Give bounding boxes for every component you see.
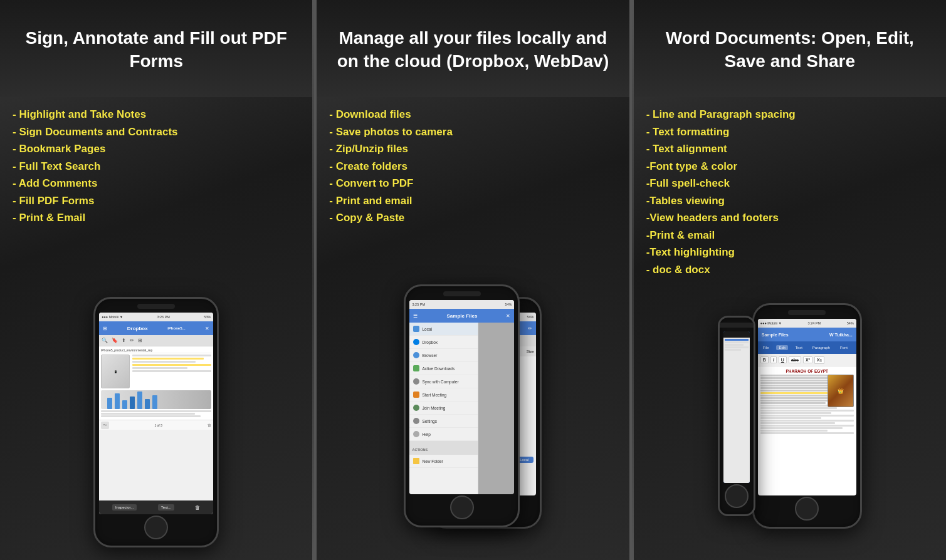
front-line bbox=[725, 349, 742, 351]
text-line bbox=[760, 425, 854, 427]
sidebar-item-local[interactable]: Local bbox=[409, 323, 478, 336]
carrier-right: ●●● Mobilii ▼ bbox=[760, 321, 782, 325]
bold-btn[interactable]: B bbox=[760, 356, 769, 363]
sidebar-item-downloads[interactable]: Active Downloads bbox=[409, 362, 478, 375]
sync-icon bbox=[413, 378, 419, 385]
sidebar-item-new-folder[interactable]: New Folder bbox=[409, 455, 478, 468]
overlay[interactable] bbox=[478, 323, 514, 494]
text-line bbox=[760, 427, 843, 429]
feature-item: - Add Comments bbox=[13, 175, 300, 192]
font-tab[interactable]: Font bbox=[838, 345, 850, 350]
text-line bbox=[132, 361, 196, 363]
highlight-line bbox=[132, 358, 203, 360]
feature-item: - Sign Documents and Contracts bbox=[13, 123, 300, 141]
doc-image: 📱 bbox=[101, 355, 130, 388]
panel-right-header: Word Documents: Open, Edit, Save and Sha… bbox=[634, 0, 946, 97]
delete-icon[interactable]: 🗑 bbox=[208, 423, 211, 427]
doc-content-area: 📱 bbox=[101, 355, 211, 388]
settings-icon bbox=[413, 418, 419, 424]
sidebar-item-join-meeting[interactable]: Join Meeting bbox=[409, 402, 478, 415]
bar-chart-item bbox=[115, 393, 120, 409]
sidebar-label-dropbox: Dropbox bbox=[422, 340, 438, 345]
para-tab[interactable]: Paragraph bbox=[810, 345, 833, 350]
time-front: 3:25 PM bbox=[412, 303, 424, 306]
help-icon bbox=[413, 431, 419, 437]
new-folder-icon bbox=[413, 458, 419, 464]
text-btn[interactable]: Text... bbox=[158, 504, 174, 511]
battery-text: 53% bbox=[204, 315, 211, 319]
phone-mockup-left: ●●● Mobilii ▼ 3:26 PM 53% ⊞ Dropbox iPho… bbox=[93, 297, 219, 547]
italic-btn[interactable]: I bbox=[770, 356, 777, 363]
menu-icon[interactable]: ☰ bbox=[413, 313, 418, 319]
front-phone-content bbox=[723, 331, 750, 483]
sidebar-item-sync[interactable]: Sync with Computer bbox=[409, 375, 478, 388]
underline-btn[interactable]: U bbox=[779, 356, 787, 363]
panel-middle-title: Manage all your files locally and on the… bbox=[329, 27, 616, 73]
front-line bbox=[725, 344, 744, 346]
bookmark-icon[interactable]: 🔖 bbox=[112, 338, 118, 343]
feature-item: -Text highlighting bbox=[646, 244, 933, 261]
feature-item: - Fill PDF Forms bbox=[13, 192, 300, 210]
sidebar-label-new-folder: New Folder bbox=[422, 459, 443, 464]
word-toolbar: File Edit Text Paragraph Font bbox=[758, 341, 856, 354]
nav-title-right-back: Sample Files bbox=[762, 333, 789, 337]
front-status bbox=[723, 331, 750, 338]
strikethrough-btn[interactable]: abc bbox=[789, 356, 801, 363]
nav-bar-front: ☰ Sample Files ✕ bbox=[409, 309, 514, 323]
feature-item: -View headers and footers bbox=[646, 209, 933, 227]
text-line bbox=[760, 415, 854, 417]
grid-icon[interactable]: ⊞ bbox=[138, 338, 142, 343]
close-icon-front[interactable]: ✕ bbox=[506, 313, 510, 319]
sidebar-label-browser: Browser bbox=[422, 353, 437, 358]
feature-item: - Line and Paragraph spacing bbox=[646, 106, 933, 123]
share-icon[interactable]: ⬆ bbox=[122, 338, 126, 343]
sidebar-item-dropbox[interactable]: Dropbox bbox=[409, 336, 478, 349]
size-col-header: Size bbox=[527, 350, 534, 353]
nav-right-back: W Tutkha... bbox=[829, 333, 853, 337]
sidebar-item-start-meeting[interactable]: Start Meeting bbox=[409, 388, 478, 402]
sidebar-label-downloads: Active Downloads bbox=[422, 366, 455, 371]
subscript-btn[interactable]: X₂ bbox=[814, 356, 824, 364]
text-line bbox=[760, 402, 826, 404]
text-tab[interactable]: Text bbox=[793, 345, 805, 350]
sidebar-menu: Local Dropbox Browser bbox=[409, 323, 478, 494]
sidebar-label-local: Local bbox=[422, 327, 432, 331]
edit-icon[interactable]: ✏ bbox=[130, 338, 134, 343]
file-tab[interactable]: File bbox=[760, 345, 772, 350]
feature-item: - Print & Email bbox=[13, 209, 300, 227]
text-line bbox=[760, 432, 854, 434]
pharaoh-image: 👑 bbox=[828, 375, 854, 407]
feature-item: - Zip/Unzip files bbox=[329, 140, 616, 158]
panel-right-title: Word Documents: Open, Edit, Save and Sha… bbox=[646, 27, 933, 73]
superscript-btn[interactable]: X² bbox=[803, 356, 812, 363]
nav-title: Dropbox bbox=[127, 326, 148, 331]
phone-screen-right-back: ●●● Mobilii ▼ 3:24 PM 54% Sample Files W… bbox=[758, 319, 856, 495]
close-icon[interactable]: ✕ bbox=[205, 326, 209, 331]
time-text: 3:26 PM bbox=[157, 315, 169, 319]
search-icon[interactable]: 🔍 bbox=[102, 338, 108, 343]
edit-tab[interactable]: Edit bbox=[776, 345, 787, 350]
sidebar-item-help[interactable]: Help bbox=[409, 428, 478, 441]
doc-extra-lines bbox=[101, 410, 211, 417]
feature-item: - Text formatting bbox=[646, 123, 933, 141]
feature-item: -Tables viewing bbox=[646, 192, 933, 210]
browser-icon bbox=[413, 352, 419, 358]
panel-middle-features: - Download files - Save photos to camera… bbox=[317, 97, 629, 233]
text-line bbox=[101, 415, 200, 417]
panel-middle: Manage all your files locally and on the… bbox=[314, 0, 631, 560]
trash-icon[interactable]: 🗑 bbox=[195, 505, 200, 511]
curve-tool[interactable]: 〜 bbox=[101, 422, 109, 429]
annotation-toolbar: 〜 1 of 3 🗑 bbox=[99, 420, 213, 430]
downloads-icon bbox=[413, 365, 419, 371]
text-line bbox=[760, 417, 821, 419]
text-line bbox=[760, 412, 831, 414]
edit-icon[interactable]: ✏ bbox=[528, 326, 532, 331]
phone-stack-middle: 3:25 PM 54% ⊞ Sample Files ✏ ▲ ▼ bbox=[404, 284, 542, 547]
sidebar-item-settings[interactable]: Settings bbox=[409, 415, 478, 428]
inspector-btn[interactable]: Inspector... bbox=[112, 504, 137, 511]
panel-left-features: - Highlight and Take Notes - Sign Docume… bbox=[0, 97, 312, 233]
status-bar: ●●● Mobilii ▼ 3:26 PM 53% bbox=[99, 313, 213, 321]
sidebar-item-browser[interactable]: Browser bbox=[409, 349, 478, 362]
phone-mockup-right-front bbox=[718, 316, 755, 516]
feature-item: -Print & email bbox=[646, 227, 933, 244]
